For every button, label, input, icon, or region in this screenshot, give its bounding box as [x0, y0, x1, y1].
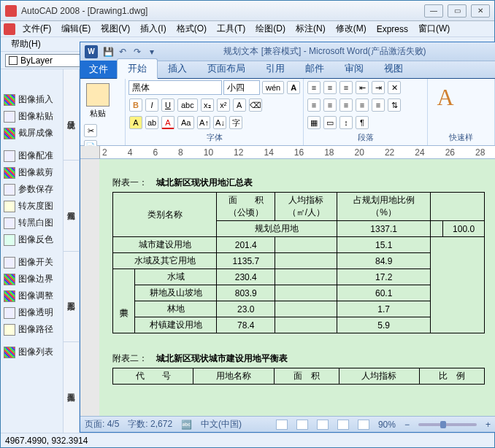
sidebar-item[interactable]: 转灰度图 — [1, 198, 63, 215]
char-scale-button[interactable]: Aa — [177, 116, 194, 129]
vtab[interactable]: 图像工具 — [64, 342, 79, 433]
qat-undo-icon[interactable]: ↶ — [116, 45, 129, 58]
show-marks-button[interactable]: ¶ — [356, 116, 369, 129]
status-page[interactable]: 页面: 4/5 — [85, 418, 119, 430]
tab-insert[interactable]: 插入 — [158, 59, 197, 78]
tab-home[interactable]: 开始 — [117, 58, 158, 79]
multilevel-button[interactable]: ≡ — [339, 81, 353, 94]
align-left-button[interactable]: ≡ — [307, 99, 321, 112]
menu-insert[interactable]: 插入(I) — [136, 21, 170, 36]
status-lang[interactable]: 中文(中国) — [201, 418, 242, 430]
bylayer-select[interactable]: ByLayer — [5, 54, 84, 67]
qat-redo-icon[interactable]: ↷ — [131, 45, 144, 58]
indent-dec-button[interactable]: ⇤ — [356, 81, 369, 94]
numbering-button[interactable]: ≡ — [323, 81, 337, 94]
sidebar-item[interactable]: 图像插入 — [1, 91, 63, 108]
zoom-slider[interactable] — [418, 423, 477, 426]
sidebar-item[interactable]: 参数保存 — [1, 181, 63, 198]
justify-button[interactable]: ≡ — [356, 99, 369, 112]
char-shading-button[interactable]: 字 — [229, 116, 242, 129]
sidebar-item[interactable]: 图像反色 — [1, 231, 63, 248]
tab-mailings[interactable]: 邮件 — [295, 59, 334, 78]
menu-dim[interactable]: 标注(N) — [291, 21, 330, 36]
sidebar-item[interactable]: 图像裁剪 — [1, 164, 63, 181]
font-color-button[interactable]: A — [161, 116, 174, 129]
font-size-select[interactable]: 小四 — [223, 80, 260, 95]
grow-font-button[interactable]: A↑ — [197, 116, 210, 129]
vtab[interactable]: 显示统计 — [64, 69, 79, 161]
view-print-icon[interactable] — [276, 420, 288, 430]
view-outline-icon[interactable] — [337, 420, 349, 430]
asian-layout-button[interactable]: ✕ — [388, 81, 401, 94]
sort-button[interactable]: ↕ — [339, 116, 353, 129]
zoom-in-button[interactable]: + — [486, 420, 491, 430]
drawing-area[interactable]: W 💾 ↶ ↷ ▾ 规划文本 [兼容模式] - Microsoft Word(产… — [80, 69, 494, 433]
superscript-button[interactable]: x² — [217, 99, 230, 112]
char-border-icon[interactable]: A — [287, 81, 300, 94]
paste-button[interactable]: 粘贴 — [83, 80, 112, 119]
quick-styles-button[interactable]: A — [431, 80, 460, 114]
menu-edit[interactable]: 编辑(E) — [57, 21, 95, 36]
menu-window[interactable]: 窗口(W) — [414, 21, 454, 36]
bullets-button[interactable]: ≡ — [307, 81, 321, 94]
sidebar-item[interactable]: 图像调整 — [1, 287, 63, 304]
autocad-titlebar[interactable]: AutoCAD 2008 - [Drawing1.dwg] — ▭ ✕ — [1, 1, 494, 21]
highlight-button[interactable]: A — [129, 116, 142, 129]
word-app-icon[interactable]: W — [85, 45, 98, 58]
align-center-button[interactable]: ≡ — [323, 99, 337, 112]
status-zoom[interactable]: 90% — [378, 420, 396, 430]
sidebar-item[interactable]: 图像配准 — [1, 147, 63, 164]
menu-view[interactable]: 视图(V) — [96, 21, 134, 36]
sidebar-item[interactable]: 图像边界 — [1, 271, 63, 287]
subscript-button[interactable]: x₂ — [201, 99, 214, 112]
strike-button[interactable]: abc — [177, 99, 198, 112]
qat-save-icon[interactable]: 💾 — [101, 45, 115, 58]
document-area[interactable]: 附表一： 城北新区现状用地汇总表 类别名称 面 积（公顷） 人均指标（㎡/人） … — [80, 159, 495, 416]
menu-file[interactable]: 文件(F) — [18, 21, 55, 36]
vtab[interactable]: 属性布局 — [64, 161, 79, 252]
underline-button[interactable]: U — [161, 99, 174, 112]
tab-layout[interactable]: 页面布局 — [197, 59, 256, 78]
view-web-icon[interactable] — [317, 420, 329, 430]
shrink-font-button[interactable]: A↓ — [213, 116, 226, 129]
borders-button[interactable]: ▭ — [323, 116, 337, 129]
sidebar-item[interactable]: 转黑白图 — [1, 215, 63, 231]
vtab[interactable]: 图形工具 — [64, 252, 79, 343]
acad-min-button[interactable]: — — [424, 4, 443, 18]
menu-format[interactable]: 格式(O) — [172, 21, 211, 36]
shading-button[interactable]: ▦ — [307, 116, 321, 129]
indent-inc-button[interactable]: ⇥ — [372, 81, 385, 94]
qat-dropdown-icon[interactable]: ▾ — [145, 45, 158, 58]
menu-help[interactable]: 帮助(H) — [7, 36, 45, 52]
tab-review[interactable]: 审阅 — [334, 59, 374, 78]
sidebar-item[interactable]: 图像开关 — [1, 254, 63, 271]
acad-close-button[interactable]: ✕ — [471, 4, 490, 18]
phonetic-icon[interactable]: wén — [262, 81, 284, 94]
text-highlight-button[interactable]: ab — [145, 116, 158, 129]
status-words[interactable]: 字数: 2,672 — [128, 418, 172, 430]
ruler[interactable]: 24681012141618202224262830323436 — [80, 146, 495, 159]
sidebar-item[interactable]: 图像路径 — [1, 321, 63, 338]
line-spacing-button[interactable]: ⇅ — [388, 99, 401, 112]
file-tab[interactable]: 文件 — [80, 61, 117, 78]
font-name-select[interactable]: 黑体 — [128, 80, 222, 95]
italic-button[interactable]: I — [145, 99, 158, 112]
view-read-icon[interactable] — [296, 420, 308, 430]
sidebar-item[interactable]: 图像列表 — [1, 344, 63, 360]
sidebar-item[interactable]: 图像粘贴 — [1, 108, 63, 125]
sidebar-item[interactable]: 图像透明 — [1, 304, 63, 321]
tab-view[interactable]: 视图 — [374, 59, 413, 78]
menu-express[interactable]: Express — [372, 23, 412, 36]
text-effects-button[interactable]: A — [233, 99, 246, 112]
acad-restore-button[interactable]: ▭ — [448, 4, 467, 18]
cut-icon[interactable]: ✂ — [84, 124, 97, 137]
align-right-button[interactable]: ≡ — [339, 99, 353, 112]
zoom-out-button[interactable]: − — [404, 420, 410, 430]
tab-references[interactable]: 引用 — [256, 59, 295, 78]
autocad-app-icon[interactable] — [4, 23, 15, 35]
view-draft-icon[interactable] — [358, 420, 369, 430]
menu-modify[interactable]: 修改(M) — [331, 21, 371, 36]
sidebar-item[interactable]: 截屏成像 — [1, 125, 63, 142]
menu-draw[interactable]: 绘图(D) — [251, 21, 290, 36]
clear-format-button[interactable]: ⌫ — [249, 99, 262, 112]
